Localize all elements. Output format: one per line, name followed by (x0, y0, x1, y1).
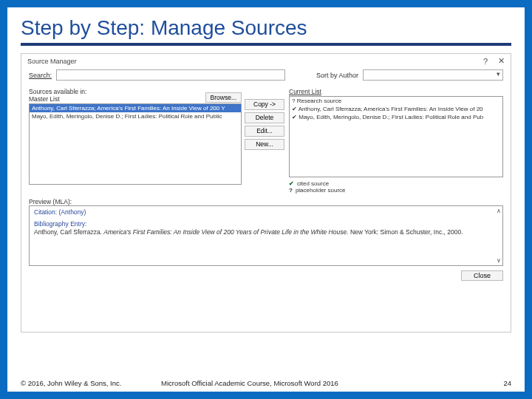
sort-label: Sort by Author (316, 72, 358, 79)
sort-select[interactable] (363, 69, 503, 81)
copy-button[interactable]: Copy -> (245, 99, 284, 110)
window-close-icon[interactable]: ✕ (498, 56, 505, 66)
slide-footer: © 2016, John Wiley & Sons, Inc. Microsof… (21, 379, 511, 387)
footer-page-number: 24 (503, 379, 511, 387)
new-button[interactable]: New... (245, 139, 284, 150)
search-input[interactable] (56, 69, 285, 81)
source-manager-dialog: Source Manager ? ✕ Search: Sort by Autho… (21, 53, 511, 332)
question-icon: ? (289, 187, 293, 194)
close-button[interactable]: Close (461, 270, 503, 281)
list-item[interactable]: ✔ Mayo, Edith, Meringolo, Denise D.; Fir… (290, 113, 502, 121)
delete-button[interactable]: Delete (245, 112, 284, 123)
preview-label: Preview (MLA): (29, 198, 503, 205)
citation-text: Citation: (Anthony) (34, 208, 498, 216)
master-list-label-1: Sources available in: (29, 88, 86, 95)
bibliography-entry: Anthony, Carl Sferrazza. America's First… (34, 228, 498, 236)
dialog-title: Source Manager (27, 58, 77, 65)
list-item[interactable]: Mayo, Edith, Meringolo, Denise D.; First… (30, 112, 241, 120)
browse-button[interactable]: Browse... (205, 92, 242, 103)
list-item[interactable]: ✔ Anthony, Carl Sferrazza; America's Fir… (290, 105, 502, 113)
list-item[interactable]: ? Research source (290, 97, 502, 105)
legend: ✔cited source ?placeholder source (289, 180, 503, 194)
footer-copyright: © 2016, John Wiley & Sons, Inc. (21, 379, 121, 387)
master-listbox[interactable]: Anthony, Carl Sferrazza; America's First… (29, 103, 242, 185)
check-icon: ✔ (289, 180, 294, 187)
footer-course: Microsoft Official Academic Course, Micr… (161, 379, 338, 387)
bibliography-label: Bibliography Entry: (34, 220, 498, 228)
dialog-titlebar: Source Manager ? ✕ (21, 54, 511, 68)
edit-button[interactable]: Edit... (245, 126, 284, 137)
scroll-down-icon[interactable]: ∨ (497, 257, 501, 264)
current-list-label: Current List (289, 88, 503, 95)
legend-cited: cited source (297, 180, 329, 187)
scroll-up-icon[interactable]: ∧ (497, 208, 501, 214)
help-icon[interactable]: ? (483, 57, 488, 66)
search-label: Search: (29, 72, 52, 79)
slide-title: Step by Step: Manage Sources (21, 16, 511, 46)
legend-placeholder: placeholder source (296, 187, 346, 194)
list-item[interactable]: Anthony, Carl Sferrazza; America's First… (30, 104, 241, 112)
preview-box: ∧ Citation: (Anthony) Bibliography Entry… (29, 205, 503, 266)
current-listbox[interactable]: ? Research source ✔ Anthony, Carl Sferra… (289, 96, 503, 177)
master-list-label-2: Master List (29, 95, 86, 103)
